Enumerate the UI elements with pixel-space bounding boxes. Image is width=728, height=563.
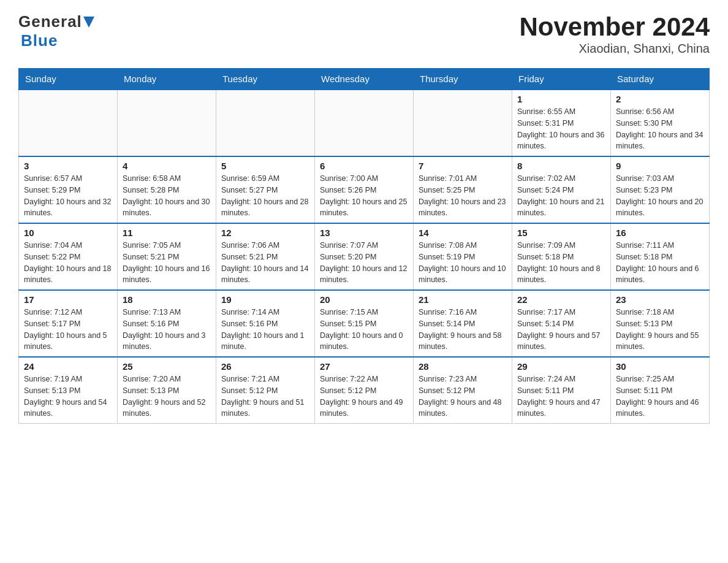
calendar-cell: 18Sunrise: 7:13 AM Sunset: 5:16 PM Dayli… <box>118 290 216 357</box>
day-number: 20 <box>320 294 408 305</box>
calendar-header-row: SundayMondayTuesdayWednesdayThursdayFrid… <box>19 69 710 90</box>
logo-blue-text: Blue <box>21 31 58 50</box>
day-number: 14 <box>419 228 507 238</box>
calendar-cell: 21Sunrise: 7:16 AM Sunset: 5:14 PM Dayli… <box>414 290 512 357</box>
calendar-cell: 12Sunrise: 7:06 AM Sunset: 5:21 PM Dayli… <box>216 223 315 290</box>
day-number: 1 <box>517 94 605 104</box>
day-info: Sunrise: 7:24 AM Sunset: 5:11 PM Dayligh… <box>517 373 605 419</box>
day-info: Sunrise: 6:56 AM Sunset: 5:30 PM Dayligh… <box>616 106 704 152</box>
calendar-week-3: 10Sunrise: 7:04 AM Sunset: 5:22 PM Dayli… <box>19 223 710 290</box>
day-info: Sunrise: 7:02 AM Sunset: 5:24 PM Dayligh… <box>517 173 605 219</box>
day-info: Sunrise: 7:15 AM Sunset: 5:15 PM Dayligh… <box>320 307 408 353</box>
calendar-cell: 3Sunrise: 6:57 AM Sunset: 5:29 PM Daylig… <box>19 156 118 223</box>
calendar-cell: 28Sunrise: 7:23 AM Sunset: 5:12 PM Dayli… <box>414 357 512 424</box>
day-info: Sunrise: 7:18 AM Sunset: 5:13 PM Dayligh… <box>616 307 704 353</box>
day-info: Sunrise: 7:14 AM Sunset: 5:16 PM Dayligh… <box>221 307 309 353</box>
day-info: Sunrise: 6:58 AM Sunset: 5:28 PM Dayligh… <box>123 173 211 219</box>
day-number: 6 <box>320 161 408 171</box>
column-header-sunday: Sunday <box>19 69 118 90</box>
day-info: Sunrise: 7:06 AM Sunset: 5:21 PM Dayligh… <box>221 240 309 286</box>
title-block: November 2024 Xiaodian, Shanxi, China <box>519 12 710 56</box>
calendar-title: November 2024 <box>519 12 710 42</box>
day-number: 24 <box>24 361 112 372</box>
column-header-wednesday: Wednesday <box>315 69 414 90</box>
day-number: 25 <box>123 361 211 372</box>
day-number: 23 <box>616 294 704 305</box>
day-info: Sunrise: 7:22 AM Sunset: 5:12 PM Dayligh… <box>320 373 408 419</box>
calendar-cell: 25Sunrise: 7:20 AM Sunset: 5:13 PM Dayli… <box>118 357 216 424</box>
svg-marker-0 <box>83 17 94 28</box>
day-number: 19 <box>221 294 309 305</box>
calendar-cell: 29Sunrise: 7:24 AM Sunset: 5:11 PM Dayli… <box>512 357 611 424</box>
calendar-cell: 27Sunrise: 7:22 AM Sunset: 5:12 PM Dayli… <box>315 357 414 424</box>
calendar-table: SundayMondayTuesdayWednesdayThursdayFrid… <box>18 68 710 424</box>
day-number: 21 <box>419 294 507 305</box>
day-number: 27 <box>320 361 408 372</box>
calendar-cell: 16Sunrise: 7:11 AM Sunset: 5:18 PM Dayli… <box>611 223 710 290</box>
day-number: 29 <box>517 361 605 372</box>
day-info: Sunrise: 7:17 AM Sunset: 5:14 PM Dayligh… <box>517 307 605 353</box>
day-info: Sunrise: 7:04 AM Sunset: 5:22 PM Dayligh… <box>24 240 112 286</box>
day-info: Sunrise: 7:00 AM Sunset: 5:26 PM Dayligh… <box>320 173 408 219</box>
day-info: Sunrise: 7:03 AM Sunset: 5:23 PM Dayligh… <box>616 173 704 219</box>
day-info: Sunrise: 7:07 AM Sunset: 5:20 PM Dayligh… <box>320 240 408 286</box>
day-info: Sunrise: 7:05 AM Sunset: 5:21 PM Dayligh… <box>123 240 211 286</box>
calendar-cell <box>19 90 118 156</box>
calendar-cell: 14Sunrise: 7:08 AM Sunset: 5:19 PM Dayli… <box>414 223 512 290</box>
day-number: 10 <box>24 228 112 238</box>
calendar-cell: 4Sunrise: 6:58 AM Sunset: 5:28 PM Daylig… <box>118 156 216 223</box>
calendar-cell: 10Sunrise: 7:04 AM Sunset: 5:22 PM Dayli… <box>19 223 118 290</box>
day-info: Sunrise: 7:19 AM Sunset: 5:13 PM Dayligh… <box>24 373 112 419</box>
column-header-saturday: Saturday <box>611 69 710 90</box>
calendar-cell <box>216 90 315 156</box>
day-number: 3 <box>24 161 112 171</box>
logo-general-text: General <box>18 12 82 31</box>
day-info: Sunrise: 7:01 AM Sunset: 5:25 PM Dayligh… <box>419 173 507 219</box>
day-number: 11 <box>123 228 211 238</box>
day-info: Sunrise: 6:55 AM Sunset: 5:31 PM Dayligh… <box>517 106 605 152</box>
day-number: 16 <box>616 228 704 238</box>
column-header-thursday: Thursday <box>414 69 512 90</box>
calendar-cell: 13Sunrise: 7:07 AM Sunset: 5:20 PM Dayli… <box>315 223 414 290</box>
day-number: 15 <box>517 228 605 238</box>
day-info: Sunrise: 7:16 AM Sunset: 5:14 PM Dayligh… <box>419 307 507 353</box>
day-number: 26 <box>221 361 309 372</box>
day-number: 2 <box>616 94 704 104</box>
day-number: 4 <box>123 161 211 171</box>
day-info: Sunrise: 7:13 AM Sunset: 5:16 PM Dayligh… <box>123 307 211 353</box>
column-header-monday: Monday <box>118 69 216 90</box>
calendar-week-1: 1Sunrise: 6:55 AM Sunset: 5:31 PM Daylig… <box>19 90 710 156</box>
page-header: General Blue November 2024 Xiaodian, Sha… <box>18 12 710 56</box>
column-header-tuesday: Tuesday <box>216 69 315 90</box>
calendar-cell: 26Sunrise: 7:21 AM Sunset: 5:12 PM Dayli… <box>216 357 315 424</box>
day-number: 13 <box>320 228 408 238</box>
day-info: Sunrise: 6:59 AM Sunset: 5:27 PM Dayligh… <box>221 173 309 219</box>
calendar-cell: 9Sunrise: 7:03 AM Sunset: 5:23 PM Daylig… <box>611 156 710 223</box>
day-info: Sunrise: 7:25 AM Sunset: 5:11 PM Dayligh… <box>616 373 704 419</box>
column-header-friday: Friday <box>512 69 611 90</box>
calendar-cell: 22Sunrise: 7:17 AM Sunset: 5:14 PM Dayli… <box>512 290 611 357</box>
day-info: Sunrise: 7:20 AM Sunset: 5:13 PM Dayligh… <box>123 373 211 419</box>
calendar-cell: 7Sunrise: 7:01 AM Sunset: 5:25 PM Daylig… <box>414 156 512 223</box>
day-number: 7 <box>419 161 507 171</box>
day-number: 28 <box>419 361 507 372</box>
day-info: Sunrise: 7:23 AM Sunset: 5:12 PM Dayligh… <box>419 373 507 419</box>
calendar-cell: 17Sunrise: 7:12 AM Sunset: 5:17 PM Dayli… <box>19 290 118 357</box>
calendar-cell: 8Sunrise: 7:02 AM Sunset: 5:24 PM Daylig… <box>512 156 611 223</box>
calendar-cell <box>414 90 512 156</box>
calendar-cell: 20Sunrise: 7:15 AM Sunset: 5:15 PM Dayli… <box>315 290 414 357</box>
day-number: 12 <box>221 228 309 238</box>
logo: General Blue <box>18 12 94 50</box>
calendar-cell: 1Sunrise: 6:55 AM Sunset: 5:31 PM Daylig… <box>512 90 611 156</box>
day-info: Sunrise: 6:57 AM Sunset: 5:29 PM Dayligh… <box>24 173 112 219</box>
calendar-week-2: 3Sunrise: 6:57 AM Sunset: 5:29 PM Daylig… <box>19 156 710 223</box>
calendar-week-4: 17Sunrise: 7:12 AM Sunset: 5:17 PM Dayli… <box>19 290 710 357</box>
calendar-cell <box>315 90 414 156</box>
day-number: 17 <box>24 294 112 305</box>
calendar-cell: 2Sunrise: 6:56 AM Sunset: 5:30 PM Daylig… <box>611 90 710 156</box>
calendar-subtitle: Xiaodian, Shanxi, China <box>519 42 710 56</box>
calendar-week-5: 24Sunrise: 7:19 AM Sunset: 5:13 PM Dayli… <box>19 357 710 424</box>
calendar-cell: 11Sunrise: 7:05 AM Sunset: 5:21 PM Dayli… <box>118 223 216 290</box>
day-info: Sunrise: 7:21 AM Sunset: 5:12 PM Dayligh… <box>221 373 309 419</box>
calendar-cell: 30Sunrise: 7:25 AM Sunset: 5:11 PM Dayli… <box>611 357 710 424</box>
